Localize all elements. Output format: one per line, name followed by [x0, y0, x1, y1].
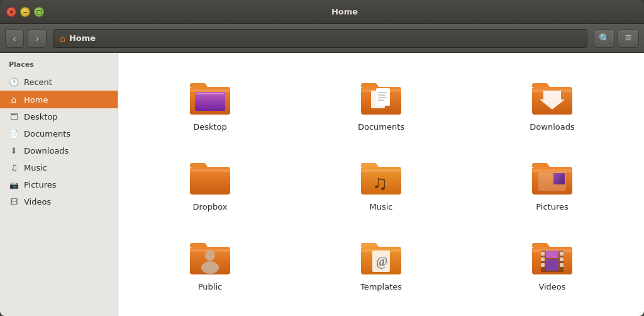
forward-icon: › [36, 33, 39, 43]
sidebar-item-videos[interactable]: 🎞 Videos [0, 193, 118, 210]
file-item-public[interactable]: Public [125, 225, 296, 299]
sidebar: Places 🕐 Recent ⌂ Home 🗔 Desktop 📄 Docum… [0, 53, 118, 316]
svg-rect-41 [560, 252, 564, 256]
file-area: Desktop [118, 53, 644, 316]
maximize-icon: □ [36, 9, 42, 15]
window-title: Home [52, 7, 638, 16]
sidebar-item-recent[interactable]: 🕐 Recent [0, 74, 118, 91]
file-item-downloads[interactable]: Downloads [467, 65, 638, 139]
sidebar-item-documents[interactable]: 📄 Documents [0, 125, 118, 142]
svg-rect-39 [541, 257, 545, 261]
svg-text:♫: ♫ [372, 171, 387, 194]
forward-button[interactable]: › [28, 29, 47, 48]
svg-rect-13 [378, 99, 384, 101]
downloads-icon: ⬇ [9, 146, 19, 155]
titlebar-buttons: ✕ − □ [6, 7, 44, 17]
sidebar-label-desktop: Desktop [24, 112, 58, 121]
close-icon: ✕ [9, 9, 14, 15]
location-text: Home [69, 33, 96, 43]
svg-rect-43 [560, 263, 564, 267]
videos-folder-icon [530, 233, 575, 278]
public-label: Public [198, 282, 222, 291]
file-item-documents[interactable]: Documents [296, 65, 467, 139]
minimize-button[interactable]: − [20, 7, 30, 17]
downloads-label: Downloads [530, 122, 574, 132]
svg-rect-10 [378, 92, 387, 93]
toolbar-right: 🔍 ≡ [594, 29, 639, 48]
sidebar-label-home: Home [24, 95, 48, 104]
svg-rect-40 [541, 263, 545, 267]
back-icon: ‹ [13, 33, 16, 43]
sidebar-label-pictures: Pictures [24, 180, 56, 189]
videos-icon: 🎞 [9, 198, 19, 206]
back-button[interactable]: ‹ [5, 29, 24, 48]
documents-icon: 📄 [9, 130, 19, 138]
svg-rect-45 [546, 259, 558, 271]
svg-rect-11 [378, 94, 386, 96]
pictures-folder-icon [530, 153, 575, 198]
file-item-pictures[interactable]: Pictures [467, 145, 638, 219]
file-item-music[interactable]: ♫ Music [296, 145, 467, 219]
file-item-dropbox[interactable]: Dropbox [125, 145, 296, 219]
svg-point-30 [201, 261, 219, 274]
sidebar-item-pictures[interactable]: 📷 Pictures [0, 176, 118, 193]
svg-rect-5 [196, 93, 224, 94]
music-icon: ♫ [9, 163, 19, 172]
search-button[interactable]: 🔍 [594, 29, 615, 48]
svg-point-29 [205, 251, 215, 261]
home-sidebar-icon: ⌂ [9, 94, 19, 104]
public-folder-icon [187, 233, 233, 278]
music-label: Music [370, 202, 393, 212]
svg-rect-23 [532, 169, 572, 172]
sidebar-item-music[interactable]: ♫ Music [0, 159, 118, 176]
desktop-label: Desktop [193, 122, 227, 132]
sidebar-item-desktop[interactable]: 🗔 Desktop [0, 108, 118, 125]
svg-rect-44 [546, 251, 558, 258]
maximize-button[interactable]: □ [34, 7, 44, 17]
sidebar-item-home[interactable]: ⌂ Home [0, 91, 118, 108]
file-item-videos[interactable]: Videos [467, 225, 638, 299]
file-item-desktop[interactable]: Desktop [125, 65, 296, 139]
file-grid: Desktop [125, 65, 638, 299]
svg-rect-18 [190, 169, 230, 172]
svg-rect-12 [378, 97, 387, 98]
location-bar[interactable]: ⌂ Home [53, 29, 587, 48]
sidebar-label-recent: Recent [24, 77, 52, 87]
svg-rect-2 [190, 89, 230, 92]
sidebar-label-documents: Documents [24, 129, 70, 138]
titlebar: ✕ − □ Home [0, 0, 644, 24]
pictures-label: Pictures [536, 202, 568, 212]
sidebar-label-music: Music [24, 163, 47, 172]
svg-rect-4 [195, 92, 225, 111]
toolbar: ‹ › ⌂ Home 🔍 ≡ [0, 24, 644, 53]
music-folder-icon: ♫ [358, 153, 404, 198]
sidebar-label-downloads: Downloads [24, 146, 69, 155]
videos-label: Videos [538, 282, 565, 291]
templates-label: Templates [360, 282, 402, 291]
close-button[interactable]: ✕ [6, 7, 16, 17]
desktop-folder-icon [187, 73, 233, 118]
downloads-folder-icon [530, 73, 575, 118]
sidebar-label-videos: Videos [24, 197, 51, 206]
svg-rect-42 [560, 257, 564, 261]
hamburger-icon: ≡ [625, 31, 632, 45]
minimize-icon: − [23, 9, 28, 15]
documents-label: Documents [358, 122, 404, 132]
sidebar-item-downloads[interactable]: ⬇ Downloads [0, 142, 118, 159]
menu-button[interactable]: ≡ [618, 29, 639, 48]
svg-rect-26 [553, 173, 565, 184]
search-icon: 🔍 [599, 33, 611, 44]
recent-icon: 🕐 [9, 77, 19, 87]
dropbox-folder-icon [187, 153, 233, 198]
file-item-templates[interactable]: @ Templates [296, 225, 467, 299]
sidebar-section-title: Places [0, 60, 118, 74]
svg-text:@: @ [376, 254, 388, 269]
templates-folder-icon: @ [358, 233, 404, 278]
home-icon: ⌂ [60, 33, 65, 43]
pictures-icon: 📷 [9, 181, 19, 189]
dropbox-label: Dropbox [193, 202, 228, 212]
svg-rect-38 [541, 252, 545, 256]
main-layout: Places 🕐 Recent ⌂ Home 🗔 Desktop 📄 Docum… [0, 53, 644, 316]
desktop-icon: 🗔 [9, 112, 19, 121]
documents-folder-icon [358, 73, 404, 118]
